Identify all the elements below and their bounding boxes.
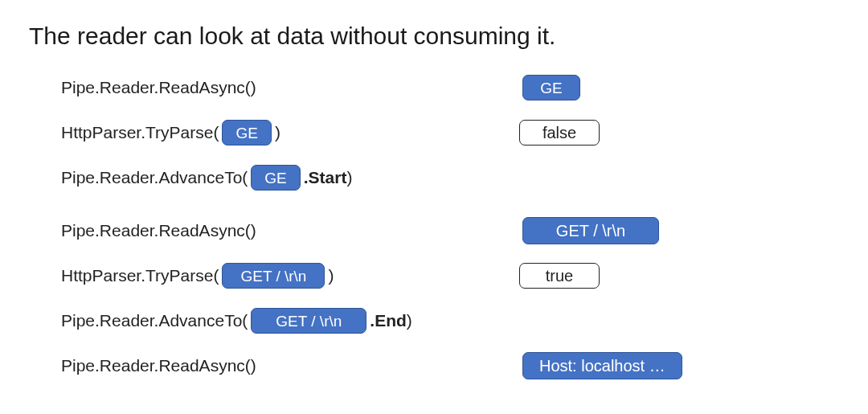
diagram-row: Pipe.Reader.ReadAsync() Host: localhost … [61, 350, 839, 381]
expr-suffix: ) [275, 123, 280, 142]
data-chip: GET / \r\n [222, 263, 325, 289]
result-box: false [519, 120, 600, 146]
diagram-row: Pipe.Reader.AdvanceTo( GE .Start ) [61, 162, 839, 193]
diagram-row: Pipe.Reader.ReadAsync() GE [61, 72, 839, 103]
code-expression: Pipe.Reader.AdvanceTo( GET / \r\n .End ) [61, 308, 519, 334]
diagram-content: Pipe.Reader.ReadAsync() GE HttpParser.Tr… [61, 72, 839, 381]
diagram-row: HttpParser.TryParse( GE ) false [61, 117, 839, 148]
result-cell: true [519, 263, 600, 289]
code-expression: Pipe.Reader.ReadAsync() [61, 221, 519, 240]
result-cell: GET / \r\n [519, 217, 662, 244]
code-expression: HttpParser.TryParse( GE ) [61, 120, 519, 146]
data-chip: GET / \r\n [522, 217, 659, 244]
result-box: true [519, 263, 600, 289]
expr-bold-suffix: .End [370, 311, 407, 330]
diagram-row: HttpParser.TryParse( GET / \r\n ) true [61, 260, 839, 291]
data-chip: Host: localhost … [522, 352, 682, 379]
result-cell: GE [519, 75, 583, 100]
diagram-row: Pipe.Reader.ReadAsync() GET / \r\n [61, 215, 839, 246]
code-expression: Pipe.Reader.ReadAsync() [61, 356, 519, 375]
expr-prefix: Pipe.Reader.AdvanceTo( [61, 311, 248, 330]
diagram-row: Pipe.Reader.AdvanceTo( GET / \r\n .End ) [61, 305, 839, 336]
code-expression: Pipe.Reader.AdvanceTo( GE .Start ) [61, 165, 519, 191]
result-cell: false [519, 120, 600, 146]
data-chip: GE [222, 120, 271, 146]
expr-prefix: Pipe.Reader.AdvanceTo( [61, 168, 248, 187]
data-chip: GET / \r\n [251, 308, 366, 334]
result-cell: Host: localhost … [519, 352, 686, 379]
expr-prefix: Pipe.Reader.ReadAsync() [61, 221, 256, 240]
code-expression: HttpParser.TryParse( GET / \r\n ) [61, 263, 519, 289]
expr-suffix: ) [346, 168, 352, 187]
expr-prefix: Pipe.Reader.ReadAsync() [61, 78, 256, 97]
expr-bold-suffix: .Start [304, 168, 347, 187]
expr-suffix: ) [328, 266, 334, 285]
data-chip: GE [522, 75, 580, 100]
code-expression: Pipe.Reader.ReadAsync() [61, 78, 519, 97]
data-chip: GE [251, 165, 300, 191]
expr-prefix: HttpParser.TryParse( [61, 266, 219, 285]
expr-prefix: Pipe.Reader.ReadAsync() [61, 356, 256, 375]
expr-prefix: HttpParser.TryParse( [61, 123, 219, 142]
slide-title: The reader can look at data without cons… [29, 23, 839, 50]
expr-suffix: ) [407, 311, 412, 330]
